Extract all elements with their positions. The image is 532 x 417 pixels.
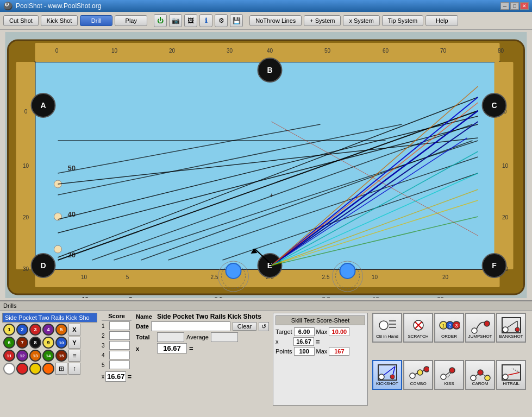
maximize-button[interactable]: □ bbox=[510, 2, 519, 10]
order-button[interactable]: 1 2 3 ORDER bbox=[434, 313, 464, 343]
name-label: Name bbox=[136, 313, 155, 320]
score-input-5[interactable] bbox=[109, 361, 130, 369]
ball-red[interactable] bbox=[16, 363, 28, 375]
kiss-button[interactable]: KISS bbox=[434, 360, 464, 390]
x-system-button[interactable]: x System bbox=[343, 15, 379, 26]
svg-line-136 bbox=[508, 372, 520, 375]
svg-line-112 bbox=[508, 321, 517, 327]
svg-line-137 bbox=[512, 368, 520, 372]
svg-text:F: F bbox=[492, 261, 497, 270]
svg-line-124 bbox=[422, 370, 424, 371]
grid-icon-button[interactable]: ⊞ bbox=[55, 363, 67, 375]
score-input-4[interactable] bbox=[109, 351, 130, 359]
total-input[interactable] bbox=[157, 332, 184, 342]
tip-system-button[interactable]: Tip System bbox=[382, 15, 424, 26]
kick-shot-button[interactable]: Kick Shot bbox=[41, 15, 78, 26]
score-input-3[interactable] bbox=[109, 341, 130, 350]
svg-text:1: 1 bbox=[442, 323, 445, 328]
image-icon-button[interactable]: 🖼 bbox=[184, 14, 197, 27]
score-input-1[interactable] bbox=[109, 321, 130, 330]
svg-text:20: 20 bbox=[442, 274, 449, 280]
skill-panel: Skill Test Score-Sheet Target 6.00 Max 1… bbox=[273, 313, 368, 406]
score-input-2[interactable] bbox=[109, 331, 130, 340]
clear-button[interactable]: Clear bbox=[233, 322, 256, 331]
ball-4[interactable]: 4 bbox=[42, 324, 54, 336]
svg-text:60: 60 bbox=[383, 48, 389, 54]
svg-text:2.5: 2.5 bbox=[215, 296, 223, 298]
name-row: Name Side Pocket Two Rails Kick Shots bbox=[136, 313, 268, 320]
ball-15[interactable]: 15 bbox=[55, 350, 67, 362]
kiss-icon bbox=[439, 364, 460, 381]
bankshot-button[interactable]: BANKSHOT bbox=[496, 313, 526, 343]
svg-text:10: 10 bbox=[81, 274, 87, 280]
cut-shot-button[interactable]: Cut Shot bbox=[3, 15, 39, 26]
y-button[interactable]: Y bbox=[68, 337, 80, 349]
camera-icon-button[interactable]: 📷 bbox=[169, 14, 182, 27]
carom-button[interactable]: CAROM bbox=[465, 360, 495, 390]
ball-2[interactable]: 2 bbox=[16, 324, 28, 336]
ball-row-4: ⊞ ↑ bbox=[3, 363, 97, 375]
ball-13[interactable]: 13 bbox=[29, 350, 41, 362]
no-throw-button[interactable]: NoThrow Lines bbox=[249, 15, 302, 26]
ball-3[interactable]: 3 bbox=[29, 324, 41, 336]
ball-11[interactable]: 11 bbox=[3, 350, 15, 362]
pool-table-svg[interactable]: 0 10 20 30 40 50 60 70 80 0 10 20 30 0 1… bbox=[4, 32, 528, 298]
ball-1[interactable]: 1 bbox=[3, 324, 15, 336]
ball-8[interactable]: 8 bbox=[29, 337, 41, 349]
ball-orange[interactable] bbox=[42, 363, 54, 375]
save-icon-button[interactable]: 💾 bbox=[230, 14, 243, 27]
plus-system-button[interactable]: + System bbox=[304, 15, 341, 26]
svg-point-109 bbox=[484, 321, 490, 326]
power-icon-button[interactable]: ⏻ bbox=[154, 14, 167, 27]
ball-10[interactable]: 10 bbox=[55, 337, 67, 349]
close-button[interactable]: ✕ bbox=[520, 2, 529, 10]
drill-button[interactable]: Drill bbox=[80, 15, 112, 26]
date-input[interactable] bbox=[151, 321, 230, 331]
ball-6[interactable]: 6 bbox=[3, 337, 15, 349]
svg-point-95 bbox=[379, 321, 388, 330]
drills-list-item[interactable]: Side Pocket Two Rails Kick Sho bbox=[3, 313, 97, 322]
undo-button[interactable]: ↺ bbox=[259, 322, 269, 331]
help-button[interactable]: Help bbox=[425, 15, 458, 26]
average-input[interactable] bbox=[211, 332, 238, 342]
ball-yellow[interactable] bbox=[29, 363, 41, 375]
ball-9[interactable]: 9 bbox=[42, 337, 54, 349]
hitrail-icon bbox=[501, 364, 522, 381]
arrow-up-button[interactable]: ↑ bbox=[68, 363, 80, 375]
list-icon-button[interactable]: ≡ bbox=[68, 350, 80, 362]
skill-points-val: 100 bbox=[294, 347, 315, 356]
ball-white[interactable] bbox=[3, 363, 15, 375]
svg-point-129 bbox=[471, 375, 476, 381]
titlebar-title: PoolShot - www.PoolShot.org bbox=[16, 2, 101, 10]
svg-point-130 bbox=[478, 370, 483, 375]
info-icon-button[interactable]: ℹ bbox=[199, 14, 212, 27]
ball-5[interactable]: 5 bbox=[55, 324, 67, 336]
x-button[interactable]: X bbox=[68, 324, 80, 336]
svg-text:50: 50 bbox=[324, 48, 331, 54]
svg-text:2.5: 2.5 bbox=[211, 274, 218, 280]
ball-14[interactable]: 14 bbox=[42, 350, 54, 362]
scratch-icon bbox=[408, 317, 429, 334]
kickshot-button[interactable]: KICKSHOT bbox=[372, 360, 402, 390]
titlebar: 🎱 PoolShot - www.PoolShot.org ─ □ ✕ bbox=[0, 0, 532, 12]
hitrail-button[interactable]: HITRAIL bbox=[496, 360, 526, 390]
combo-button[interactable]: COMBO bbox=[403, 360, 433, 390]
svg-text:10: 10 bbox=[373, 296, 379, 298]
eq-sign: = bbox=[189, 344, 193, 352]
skill-x-val: 16.67 bbox=[293, 337, 314, 346]
ball-7[interactable]: 7 bbox=[16, 337, 28, 349]
settings-icon-button[interactable]: ⚙ bbox=[215, 14, 228, 27]
svg-text:30: 30 bbox=[23, 266, 29, 272]
drills-list[interactable]: Side Pocket Two Rails Kick Sho bbox=[2, 313, 97, 323]
svg-text:+: + bbox=[270, 192, 273, 199]
drills-header: Drills bbox=[0, 301, 532, 311]
scratch-button[interactable]: SCRATCH bbox=[403, 313, 433, 343]
play-button[interactable]: Play bbox=[115, 15, 147, 26]
svg-text:2.5: 2.5 bbox=[322, 274, 330, 280]
minimize-button[interactable]: ─ bbox=[500, 2, 509, 10]
score-row-3: 3 bbox=[102, 340, 132, 350]
jumpshot-button[interactable]: JUMPSHOT bbox=[465, 313, 495, 343]
cb-in-hand-button[interactable]: CB in Hand bbox=[372, 313, 402, 343]
svg-point-120 bbox=[410, 373, 415, 378]
ball-12[interactable]: 12 bbox=[16, 350, 28, 362]
